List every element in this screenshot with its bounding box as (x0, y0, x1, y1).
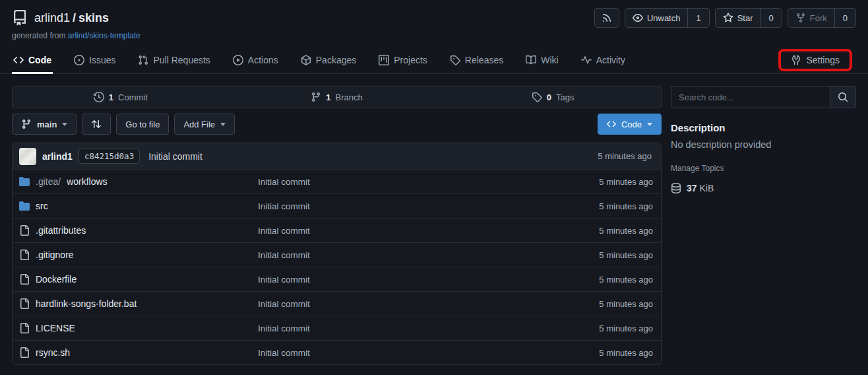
tab-releases[interactable]: Releases (449, 47, 505, 73)
tab-label: Actions (248, 55, 278, 65)
forks-count[interactable]: 0 (834, 9, 855, 27)
folder-icon (19, 176, 30, 187)
chevron-down-icon (220, 123, 226, 126)
repo-tabs: CodeIssuesPull RequestsActionsPackagesPr… (12, 47, 627, 73)
go-to-file-button[interactable]: Go to file (116, 114, 169, 135)
entry-commit-message[interactable]: Initial commit (258, 226, 599, 236)
repo-name-link[interactable]: skins (78, 11, 109, 24)
entry-commit-time: 5 minutes ago (599, 201, 653, 211)
tab-label: Projects (394, 55, 427, 65)
stat-count: 1 (326, 92, 330, 102)
repo-sidebar: Description No description provided Mana… (671, 86, 856, 193)
avatar[interactable] (19, 148, 36, 165)
generated-from-line: generated from arlind/skins-template (12, 31, 856, 40)
repo-title: arlind1/skins (12, 10, 109, 26)
issue-icon (74, 55, 84, 65)
entry-commit-message[interactable]: Initial commit (258, 275, 599, 285)
chevron-down-icon (62, 123, 67, 126)
compare-icon (91, 119, 102, 129)
manage-topics-link[interactable]: Manage Topics (671, 164, 724, 173)
file-row: hardlink-songs-folder.batInitial commit5… (13, 291, 661, 316)
file-link-license[interactable]: LICENSE (19, 323, 258, 333)
tab-projects[interactable]: Projects (377, 47, 429, 73)
file-link--gitattributes[interactable]: .gitattributes (19, 225, 258, 236)
tab-wiki[interactable]: Wiki (524, 47, 559, 73)
branch-icon (21, 119, 32, 129)
commit-author-link[interactable]: arlind1 (42, 151, 73, 162)
search-icon (838, 92, 848, 102)
stat-branch[interactable]: 1Branch (229, 86, 445, 108)
book-icon (526, 55, 536, 65)
file-row: rsync.shInitial commit5 minutes ago (13, 340, 661, 364)
watchers-count[interactable]: 1 (687, 9, 708, 27)
file-link--gitignore[interactable]: .gitignore (19, 250, 258, 260)
unwatch-label: Unwatch (647, 13, 681, 23)
code-download-button[interactable]: Code (598, 114, 662, 135)
entry-commit-message[interactable]: Initial commit (258, 250, 599, 260)
stat-commit[interactable]: 1Commit (13, 86, 229, 108)
file-icon (19, 323, 30, 333)
file-row: .gitea/workflowsInitial commit5 minutes … (13, 169, 661, 193)
file-link-hardlink-songs-folder-bat[interactable]: hardlink-songs-folder.bat (19, 298, 258, 309)
file-row: DockerfileInitial commit5 minutes ago (13, 267, 661, 291)
star-button[interactable]: Star (716, 9, 760, 27)
tab-issues[interactable]: Issues (73, 47, 117, 73)
stat-label: Commit (118, 92, 148, 102)
file-row: srcInitial commit5 minutes ago (13, 193, 661, 218)
main-content: 1Commit1Branch0Tags main Go to file Add … (0, 74, 868, 375)
play-icon (233, 55, 243, 65)
commit-hash-link[interactable]: c84215d0a3 (78, 149, 140, 164)
add-file-button[interactable]: Add File (174, 114, 235, 135)
repo-header: arlind1/skins Unwatch 1 Star 0 (0, 0, 868, 40)
tab-packages[interactable]: Packages (299, 47, 357, 73)
pull-request-icon (138, 55, 148, 65)
add-file-label: Add File (183, 119, 215, 129)
entry-commit-message[interactable]: Initial commit (258, 201, 599, 211)
stat-tags[interactable]: 0Tags (445, 86, 661, 108)
stars-count[interactable]: 0 (760, 9, 782, 27)
entry-commit-message[interactable]: Initial commit (258, 324, 599, 333)
file-link-dockerfile[interactable]: Dockerfile (19, 274, 258, 285)
entry-commit-message[interactable]: Initial commit (258, 348, 599, 358)
tab-pull-requests[interactable]: Pull Requests (137, 47, 211, 73)
unwatch-button[interactable]: Unwatch (625, 9, 688, 27)
tab-settings[interactable]: Settings (790, 55, 841, 65)
description-heading: Description (671, 122, 856, 133)
entry-commit-message[interactable]: Initial commit (258, 299, 599, 309)
repo-owner-link[interactable]: arlind1 (34, 11, 70, 24)
stat-label: Branch (336, 92, 363, 102)
rss-button[interactable] (594, 8, 619, 28)
tag-icon (450, 55, 460, 65)
nav-spacer (646, 47, 759, 73)
file-row: LICENSEInitial commit5 minutes ago (13, 316, 661, 340)
search-button[interactable] (830, 86, 856, 108)
branch-selector[interactable]: main (12, 114, 77, 135)
tab-code[interactable]: Code (12, 47, 53, 73)
search-code-input[interactable] (671, 86, 830, 108)
dir-link-src[interactable]: src (19, 201, 258, 211)
watch-button-group: Unwatch 1 (625, 8, 710, 28)
tab-label: Releases (465, 55, 503, 65)
entry-commit-message[interactable]: Initial commit (258, 177, 599, 187)
compare-button[interactable] (82, 114, 111, 135)
repo-action-buttons: Unwatch 1 Star 0 Fork 0 (594, 8, 856, 28)
fork-label: Fork (810, 13, 827, 23)
toolbar-spacer (240, 114, 592, 135)
file-row: .gitattributesInitial commit5 minutes ag… (13, 218, 661, 242)
chevron-down-icon (647, 123, 652, 126)
template-repo-link[interactable]: arlind/skins-template (68, 31, 140, 40)
repo-title-separator: / (73, 11, 76, 24)
repo-icon (12, 10, 28, 26)
branch-icon (311, 92, 321, 102)
repo-size-unit: KiB (699, 183, 714, 193)
fork-button[interactable]: Fork (788, 9, 834, 27)
file-link-rsync-sh[interactable]: rsync.sh (19, 347, 258, 358)
generated-from-text: generated from (12, 31, 65, 40)
entry-name: Dockerfile (36, 274, 77, 285)
tab-label: Activity (596, 55, 625, 65)
dir-link-workflows[interactable]: .gitea/workflows (19, 176, 258, 187)
tab-activity[interactable]: Activity (580, 47, 627, 73)
tab-actions[interactable]: Actions (232, 47, 280, 73)
repo-size-value: 37 (687, 183, 697, 193)
commit-message-link[interactable]: Initial commit (148, 151, 202, 162)
